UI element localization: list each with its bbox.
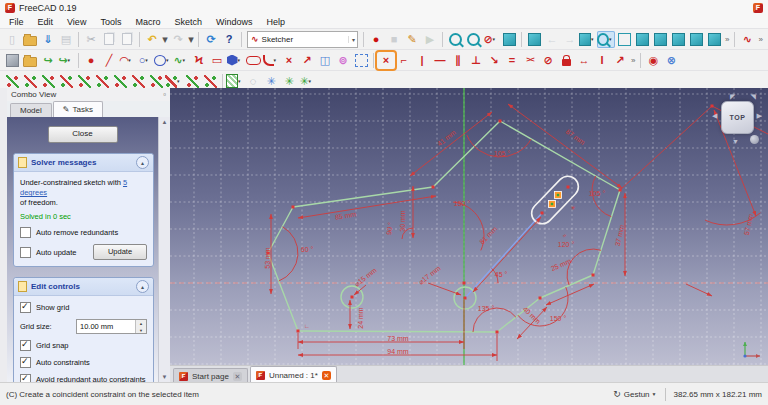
cut-icon[interactable]: ✂	[82, 31, 100, 48]
std-part-icon[interactable]	[3, 52, 21, 69]
create-bspline-icon[interactable]: ∿▾	[172, 52, 190, 69]
select-constraints-icon[interactable]: ▾	[226, 73, 244, 90]
macro-edit-icon[interactable]: ✎	[403, 31, 421, 48]
menu-windows[interactable]: Windows	[209, 15, 260, 28]
checkbox-icon[interactable]	[20, 227, 31, 238]
bspline-show-degree-icon[interactable]	[3, 73, 21, 90]
texture-mapping-icon[interactable]	[500, 31, 518, 48]
bspline-curvature-comb-icon[interactable]	[39, 73, 57, 90]
constraint-v-distance-icon[interactable]: I	[593, 52, 611, 69]
auto-constraints-checkbox[interactable]: Auto constraints	[20, 357, 147, 368]
create-conic-icon[interactable]: ▾	[154, 52, 172, 69]
toggle-construction-icon[interactable]	[352, 52, 370, 69]
dimension-label[interactable]: 24 mm	[357, 307, 364, 329]
constraint-symmetric-icon[interactable]: ><	[521, 52, 539, 69]
show-grid-checkbox[interactable]: Show grid	[20, 302, 147, 313]
select-origin-icon[interactable]: ◌	[244, 73, 262, 90]
bspline-control-polygon-icon[interactable]	[21, 73, 39, 90]
undo-menu-icon[interactable]: ▾	[161, 31, 169, 48]
cube-arrow-up-right-icon[interactable]: ◥	[751, 93, 756, 101]
bspline-knot-multiplicity-icon[interactable]	[57, 73, 75, 90]
toolbar-overflow-icon[interactable]: »	[723, 35, 731, 44]
bspline-pole-weight-icon[interactable]	[75, 73, 93, 90]
dimension-label[interactable]: 45 °	[495, 271, 508, 278]
menu-edit[interactable]: Edit	[31, 15, 61, 28]
dropdown-arrow-icon[interactable]: ▾	[128, 57, 134, 63]
menu-file[interactable]: File	[2, 15, 31, 28]
scroll-up-icon[interactable]: ▲	[162, 117, 168, 127]
dimension-label[interactable]: 120 °	[558, 241, 575, 248]
close-tab-icon[interactable]: ✕	[322, 371, 331, 380]
view-rear-icon[interactable]	[687, 31, 705, 48]
bspline-decrease-knot-multiplicity-icon[interactable]: ▾	[165, 73, 183, 90]
constraint-block-icon[interactable]: ⊘	[539, 52, 557, 69]
menu-help[interactable]: Help	[259, 15, 292, 28]
create-arc-icon[interactable]: ◠▾	[118, 52, 136, 69]
dimension-label[interactable]: 30 mm	[399, 210, 406, 232]
toolbar-overflow-icon[interactable]: »	[756, 35, 764, 44]
clone-geometry-icon[interactable]: ✳	[262, 73, 280, 90]
tab-tasks[interactable]: ✎ Tasks	[53, 101, 103, 117]
copy-icon[interactable]	[100, 31, 118, 48]
navigation-style-selector[interactable]: Gestun	[624, 390, 650, 399]
make-link-icon[interactable]: ↪	[39, 52, 57, 69]
constraint-point-on-object-icon[interactable]: ⌐	[395, 52, 413, 69]
cube-arrow-up-left-icon[interactable]: ◤	[730, 93, 735, 101]
scroll-down-icon[interactable]: ▼	[162, 372, 168, 382]
tab-model[interactable]: Model	[10, 103, 52, 117]
trim-edge-icon[interactable]: ×	[280, 52, 298, 69]
macro-stop-icon[interactable]: ■	[385, 31, 403, 48]
dropdown-arrow-icon[interactable]: ▾	[493, 36, 499, 42]
bspline-insert-knot-icon[interactable]	[183, 73, 201, 90]
create-polyline-icon[interactable]: Ϟ	[190, 52, 208, 69]
clipping-plane-icon[interactable]: ⊘▾	[482, 31, 500, 48]
macro-play-icon[interactable]: ▶	[421, 31, 439, 48]
dropdown-arrow-icon[interactable]: ▾	[309, 78, 315, 84]
close-tab-icon[interactable]: ✕	[233, 372, 242, 381]
auto-update-checkbox[interactable]	[20, 247, 31, 258]
toolbar-overflow-icon[interactable]: »	[629, 56, 637, 65]
bspline-increase-degree-icon[interactable]	[111, 73, 129, 90]
zoom-icon[interactable]	[464, 31, 482, 48]
open-file-icon[interactable]	[21, 31, 39, 48]
constraint-vertical-icon[interactable]: |	[413, 52, 431, 69]
create-point-icon[interactable]: ●	[82, 52, 100, 69]
cube-arrow-down-icon[interactable]: ▼	[732, 138, 739, 145]
menu-view[interactable]: View	[60, 15, 93, 28]
dimension-label[interactable]: 60 °	[301, 246, 314, 253]
dimension-label[interactable]: 53 mm	[264, 247, 271, 269]
nav-sphere-icon[interactable]	[750, 135, 759, 144]
bspline-decrease-degree-icon[interactable]	[129, 73, 147, 90]
auto-remove-redundants-checkbox[interactable]: Auto remove redundants	[20, 227, 147, 238]
update-button[interactable]: Update	[93, 244, 147, 260]
external-geometry-icon[interactable]: ◫	[316, 52, 334, 69]
menu-tools[interactable]: Tools	[93, 15, 128, 28]
new-file-icon[interactable]: ▯	[3, 31, 21, 48]
checkbox-icon[interactable]	[20, 357, 31, 368]
constraint-lock-icon[interactable]	[557, 52, 575, 69]
collapse-section-icon[interactable]: ▴	[136, 156, 149, 169]
sketch-canvas[interactable]: 41 mm87 mm85 mm53 mm30 mm90 °150 °105 °1…	[170, 88, 768, 365]
constraint-horizontal-icon[interactable]: —	[431, 52, 449, 69]
document-tab-unnamed-1-[interactable]: FUnnamed : 1*✕	[250, 366, 337, 383]
dropdown-arrow-icon[interactable]: ▾	[238, 57, 244, 63]
bspline-join-curves-icon[interactable]	[201, 73, 219, 90]
dimension-label[interactable]: 150 °	[550, 315, 567, 322]
collapse-section-icon[interactable]: ▴	[136, 280, 149, 293]
redo-menu-icon[interactable]: ▾	[187, 31, 195, 48]
constraint-distance-icon[interactable]: ↗	[611, 52, 629, 69]
paste-icon[interactable]	[118, 31, 136, 48]
create-polygon-icon[interactable]: ▾	[226, 52, 244, 69]
document-tab-start-page[interactable]: FStart page✕	[173, 368, 248, 383]
create-line-icon[interactable]: ╱	[100, 52, 118, 69]
convert-to-bspline-icon[interactable]	[93, 73, 111, 90]
edit-controls-header[interactable]: Edit controls ▴	[14, 278, 153, 296]
dropdown-arrow-icon[interactable]: ▾	[145, 57, 151, 63]
constraint-perpendicular-icon[interactable]: ⊥	[467, 52, 485, 69]
std-group-icon[interactable]	[21, 52, 39, 69]
box-zoom-icon[interactable]	[446, 31, 464, 48]
constraint-h-distance-icon[interactable]: ↔	[575, 52, 593, 69]
cube-arrow-left-icon[interactable]: ◀	[712, 112, 717, 120]
panel-scrollbar[interactable]: ▲ ▼	[158, 117, 170, 382]
dropdown-arrow-icon[interactable]: ▾	[183, 57, 189, 63]
